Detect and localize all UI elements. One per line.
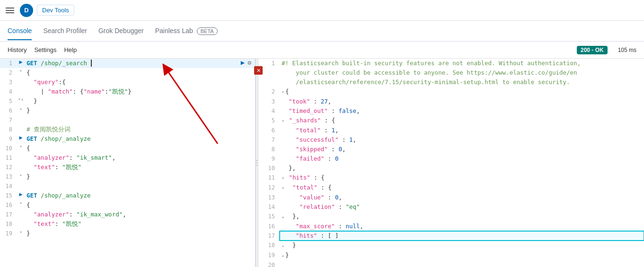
collapse-icon[interactable]: ▴ [17, 96, 25, 102]
history-button[interactable]: History [8, 46, 26, 53]
response-line: 5 ▾ "_shards" : { [263, 116, 644, 126]
response-line: your cluster could be accessible to anyo… [263, 68, 644, 78]
response-line: 2 ▾{ [263, 87, 644, 97]
close-button[interactable]: ✕ [254, 66, 263, 75]
response-line: 11 ▾ "hits" : { [263, 173, 644, 183]
settings-button[interactable]: Settings [34, 46, 56, 53]
collapse-icon[interactable]: ▴ [17, 229, 25, 234]
response-line: 14 "relation" : "eq" [263, 202, 644, 212]
editor-line: 13 ▴ } [0, 172, 255, 181]
play-icon[interactable]: ▶ [17, 191, 25, 198]
editor-line: 11 "analyzer": "ik_smart", [0, 153, 255, 163]
collapse-icon[interactable]: ▴ [17, 106, 25, 111]
left-editor[interactable]: 1 ▶ GET /shop/_search ▶ ⚙ 2 { 3 "query":… [0, 59, 255, 267]
editor-line: 8 # 查阅凯悦分词 [0, 125, 255, 134]
response-line: 6 "total" : 1, [263, 126, 644, 135]
collapse-icon[interactable] [17, 68, 25, 73]
collapse-icon[interactable]: ▴ [17, 172, 25, 177]
editor-line: 5 ▴ } [0, 96, 255, 106]
editor-line: 7 [0, 115, 255, 125]
collapse-icon[interactable] [17, 200, 25, 206]
panel-divider[interactable] [256, 59, 258, 267]
tab-grok-debugger[interactable]: Grok Debugger [98, 22, 144, 40]
response-line: 15 ▴ }, [263, 212, 644, 222]
response-line: 16 "max_score" : null, [263, 222, 644, 231]
editor-line: 6 ▴ } [0, 106, 255, 115]
response-line: /elasticsearch/reference/7.15/security-m… [263, 78, 644, 87]
response-line: 7 "successful" : 1, [263, 135, 644, 145]
editor-line: 18 "text": "凯悦" [0, 219, 255, 229]
avatar: D [20, 4, 33, 17]
editor-line: 1 ▶ GET /shop/_search ▶ ⚙ [0, 59, 255, 68]
response-line: 9 "failed" : 0 [263, 154, 644, 164]
response-line: 3 "took" : 27, [263, 97, 644, 106]
response-line: 1 #! Elasticsearch built-in security fea… [263, 59, 644, 68]
help-button[interactable]: Help [64, 46, 77, 53]
tab-search-profiler[interactable]: Search Profiler [43, 22, 87, 40]
submit-icon[interactable]: ▶ [241, 59, 245, 66]
response-line: 13 "value" : 0, [263, 193, 644, 202]
collapse-icon[interactable] [17, 144, 25, 149]
main-area: 1 ▶ GET /shop/_search ▶ ⚙ 2 { 3 "query":… [0, 59, 644, 267]
editor-line: 15 ▶ GET /shop/_analyze [0, 191, 255, 200]
toolbar: History Settings Help 200 - OK 105 ms [0, 42, 644, 59]
editor-line: 3 "query":{ [0, 78, 255, 87]
right-panel: 1 #! Elasticsearch built-in security fea… [263, 59, 644, 267]
tab-console[interactable]: Console [8, 22, 32, 40]
left-panel: 1 ▶ GET /shop/_search ▶ ⚙ 2 { 3 "query":… [0, 59, 256, 267]
editor-line: 9 ▶ GET /shop/_analyze [0, 134, 255, 144]
response-line: 10 }, [263, 164, 644, 173]
response-line: 8 "skipped" : 0, [263, 145, 644, 154]
editor-line: 19 ▴ } [0, 229, 255, 238]
play-icon[interactable]: ▶ [17, 134, 25, 141]
editor-line: 16 { [0, 200, 255, 210]
beta-badge: BETA [197, 27, 218, 35]
tab-painless-lab[interactable]: Painless Lab BETA [155, 22, 218, 40]
editor-line: 2 { [0, 68, 255, 78]
app-title[interactable]: Dev Tools [37, 5, 74, 16]
settings-icon[interactable]: ⚙ [247, 59, 251, 66]
hamburger-icon[interactable] [6, 8, 14, 13]
status-badge: 200 - OK [577, 46, 608, 54]
response-line: 20 [263, 260, 644, 267]
editor-line: 14 [0, 181, 255, 191]
editor-line: 4 | "match": {"name":"凯悦"} [0, 87, 255, 96]
editor-line: 12 "text": "凯悦" [0, 163, 255, 172]
response-line: 4 "timed_out" : false, [263, 106, 644, 116]
response-line: 19 ▴} [263, 250, 644, 260]
response-line: 18 ▴ } [263, 241, 644, 250]
response-line-highlighted: 17 "hits" : [ ] [263, 231, 644, 241]
response-time: 105 ms [618, 47, 636, 53]
nav-tabs: Console Search Profiler Grok Debugger Pa… [0, 21, 644, 42]
play-icon[interactable]: ▶ [17, 59, 25, 65]
editor-line: 10 { [0, 144, 255, 153]
response-line: 12 ▾ "total" : { [263, 183, 644, 193]
editor-line: 17 "analyzer": "ik_max_word", [0, 210, 255, 219]
top-bar: D Dev Tools [0, 0, 644, 21]
